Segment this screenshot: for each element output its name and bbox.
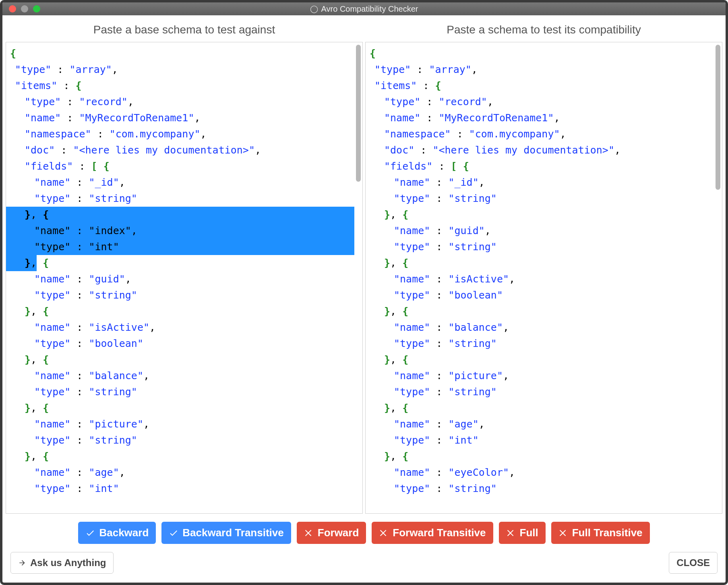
- left-scrollbar-thumb[interactable]: [356, 45, 361, 182]
- close-button[interactable]: CLOSE: [669, 552, 718, 574]
- x-icon: [304, 528, 314, 538]
- forward-label: Forward: [318, 527, 359, 539]
- left-pane-title: Paste a base schema to test against: [6, 17, 363, 42]
- footer: Ask us Anything CLOSE: [6, 546, 722, 579]
- x-icon: [506, 528, 516, 538]
- close-label: CLOSE: [676, 557, 710, 568]
- right-pane: Paste a schema to test its compatibility…: [365, 17, 722, 514]
- window-title-text: Avro Compatibility Checker: [321, 4, 418, 14]
- full-label: Full: [520, 527, 538, 539]
- x-icon: [558, 528, 568, 538]
- titlebar: ◯ Avro Compatibility Checker: [2, 2, 726, 15]
- left-editor-wrap: {"type" : "array","items" : {"type" : "r…: [6, 42, 363, 514]
- x-icon: [379, 528, 389, 538]
- right-editor-wrap: {"type" : "array","items" : {"type" : "r…: [365, 42, 722, 514]
- right-pane-title: Paste a schema to test its compatibility: [365, 17, 722, 42]
- backward-button[interactable]: Backward: [78, 522, 156, 544]
- check-icon: [85, 528, 95, 538]
- ask-label: Ask us Anything: [30, 557, 106, 568]
- right-schema-editor[interactable]: {"type" : "array","items" : {"type" : "r…: [366, 42, 714, 513]
- full-transitive-button[interactable]: Full Transitive: [551, 522, 650, 544]
- maximize-window-icon[interactable]: [33, 5, 40, 12]
- arrow-right-icon: [18, 559, 26, 567]
- backward-label: Backward: [99, 527, 149, 539]
- window-controls: [9, 5, 40, 12]
- forward-button[interactable]: Forward: [297, 522, 366, 544]
- check-icon: [169, 528, 178, 538]
- app-icon: ◯: [310, 4, 318, 13]
- minimize-window-icon[interactable]: [21, 5, 28, 12]
- ask-us-anything-button[interactable]: Ask us Anything: [10, 552, 114, 574]
- close-window-icon[interactable]: [9, 5, 16, 12]
- left-schema-editor[interactable]: {"type" : "array","items" : {"type" : "r…: [6, 42, 354, 513]
- backward-transitive-button[interactable]: Backward Transitive: [161, 522, 291, 544]
- full-transitive-label: Full Transitive: [572, 527, 643, 539]
- left-pane: Paste a base schema to test against {"ty…: [6, 17, 363, 514]
- full-button[interactable]: Full: [499, 522, 546, 544]
- forward-transitive-button[interactable]: Forward Transitive: [372, 522, 493, 544]
- window-title: ◯ Avro Compatibility Checker: [2, 4, 726, 14]
- forward-transitive-label: Forward Transitive: [393, 527, 486, 539]
- backward-transitive-label: Backward Transitive: [182, 527, 283, 539]
- right-scrollbar-thumb[interactable]: [716, 45, 720, 190]
- left-scrollbar[interactable]: [354, 42, 362, 513]
- right-scrollbar[interactable]: [714, 42, 722, 513]
- compatibility-results: Backward Backward Transitive Forward For…: [6, 514, 722, 546]
